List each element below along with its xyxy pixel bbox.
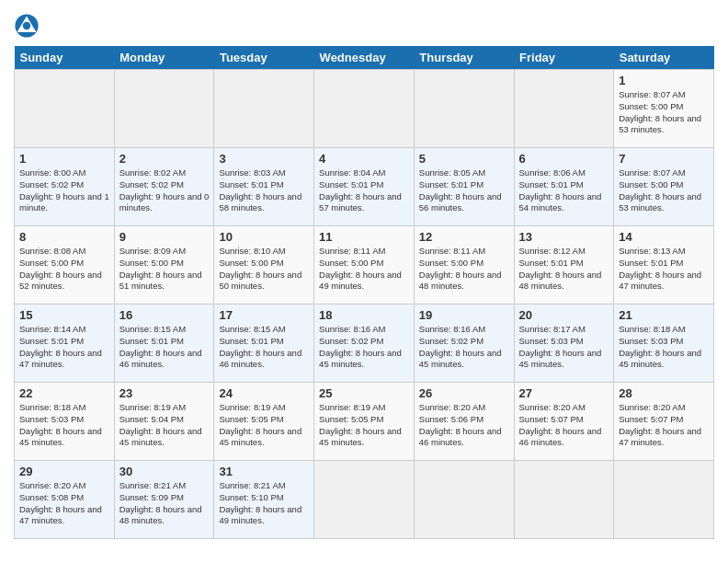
calendar-cell	[314, 70, 415, 148]
cell-info: Sunrise: 8:07 AMSunset: 5:00 PMDaylight:…	[619, 89, 701, 134]
calendar-cell	[514, 70, 614, 148]
calendar-cell: 13 Sunrise: 8:12 AMSunset: 5:01 PMDaylig…	[514, 226, 614, 304]
week-row: 15 Sunrise: 8:14 AMSunset: 5:01 PMDaylig…	[15, 304, 714, 383]
calendar-cell	[514, 461, 614, 539]
day-number: 1	[19, 152, 109, 166]
day-number: 2	[119, 152, 210, 166]
cell-info: Sunrise: 8:19 AMSunset: 5:05 PMDaylight:…	[219, 402, 301, 447]
header-row: SundayMondayTuesdayWednesdayThursdayFrid…	[15, 46, 714, 70]
calendar-cell: 23 Sunrise: 8:19 AMSunset: 5:04 PMDaylig…	[114, 383, 214, 461]
day-number: 15	[19, 308, 109, 322]
day-header-thursday: Thursday	[414, 46, 514, 70]
calendar-cell	[614, 461, 714, 539]
day-number: 25	[319, 386, 409, 400]
calendar-cell: 14 Sunrise: 8:13 AMSunset: 5:01 PMDaylig…	[614, 226, 714, 304]
day-number: 30	[119, 465, 210, 478]
cell-info: Sunrise: 8:04 AMSunset: 5:01 PMDaylight:…	[319, 167, 402, 213]
cell-info: Sunrise: 8:19 AMSunset: 5:04 PMDaylight:…	[119, 402, 202, 447]
calendar-cell: 17 Sunrise: 8:15 AMSunset: 5:01 PMDaylig…	[214, 304, 314, 383]
logo-icon	[14, 13, 40, 39]
calendar-cell: 29 Sunrise: 8:20 AMSunset: 5:08 PMDaylig…	[15, 461, 115, 539]
calendar-cell: 10 Sunrise: 8:10 AMSunset: 5:00 PMDaylig…	[214, 226, 314, 304]
day-number: 13	[519, 230, 609, 244]
cell-info: Sunrise: 8:05 AMSunset: 5:01 PMDaylight:…	[419, 167, 502, 213]
calendar-cell: 30 Sunrise: 8:21 AMSunset: 5:09 PMDaylig…	[114, 461, 214, 539]
calendar-cell	[414, 461, 514, 539]
calendar-cell	[15, 70, 115, 148]
day-header-sunday: Sunday	[15, 46, 115, 70]
cell-info: Sunrise: 8:18 AMSunset: 5:03 PMDaylight:…	[19, 402, 102, 447]
cell-info: Sunrise: 8:18 AMSunset: 5:03 PMDaylight:…	[619, 324, 701, 369]
day-number: 29	[19, 465, 109, 478]
cell-info: Sunrise: 8:12 AMSunset: 5:01 PMDaylight:…	[519, 246, 602, 291]
cell-info: Sunrise: 8:21 AMSunset: 5:10 PMDaylight:…	[219, 480, 301, 525]
cell-info: Sunrise: 8:11 AMSunset: 5:00 PMDaylight:…	[419, 246, 502, 291]
calendar-table: SundayMondayTuesdayWednesdayThursdayFrid…	[14, 46, 714, 539]
calendar-container: SundayMondayTuesdayWednesdayThursdayFrid…	[0, 0, 728, 548]
cell-info: Sunrise: 8:20 AMSunset: 5:07 PMDaylight:…	[519, 402, 602, 447]
day-number: 18	[319, 308, 409, 322]
day-header-saturday: Saturday	[614, 46, 714, 70]
cell-info: Sunrise: 8:20 AMSunset: 5:06 PMDaylight:…	[419, 402, 502, 447]
calendar-cell: 31 Sunrise: 8:21 AMSunset: 5:10 PMDaylig…	[214, 461, 314, 539]
cell-info: Sunrise: 8:00 AMSunset: 5:02 PMDaylight:…	[19, 167, 109, 213]
cell-info: Sunrise: 8:21 AMSunset: 5:09 PMDaylight:…	[119, 480, 202, 525]
cell-info: Sunrise: 8:19 AMSunset: 5:05 PMDaylight:…	[319, 402, 402, 447]
day-number: 3	[219, 152, 309, 166]
day-number: 12	[419, 230, 509, 244]
cell-info: Sunrise: 8:13 AMSunset: 5:01 PMDaylight:…	[619, 246, 701, 291]
calendar-cell: 9 Sunrise: 8:09 AMSunset: 5:00 PMDayligh…	[114, 226, 214, 304]
calendar-cell: 16 Sunrise: 8:15 AMSunset: 5:01 PMDaylig…	[114, 304, 214, 383]
svg-point-2	[23, 22, 30, 29]
cell-info: Sunrise: 8:09 AMSunset: 5:00 PMDaylight:…	[119, 246, 202, 291]
day-number: 31	[219, 465, 309, 478]
cell-info: Sunrise: 8:20 AMSunset: 5:08 PMDaylight:…	[19, 480, 102, 525]
logo	[14, 13, 43, 39]
day-number: 5	[419, 152, 509, 166]
day-number: 20	[519, 308, 609, 322]
day-header-tuesday: Tuesday	[214, 46, 314, 70]
calendar-cell: 19 Sunrise: 8:16 AMSunset: 5:02 PMDaylig…	[414, 304, 514, 383]
calendar-cell: 28 Sunrise: 8:20 AMSunset: 5:07 PMDaylig…	[614, 383, 714, 461]
calendar-cell	[414, 70, 514, 148]
cell-info: Sunrise: 8:03 AMSunset: 5:01 PMDaylight:…	[219, 167, 301, 213]
cell-info: Sunrise: 8:20 AMSunset: 5:07 PMDaylight:…	[619, 402, 701, 447]
calendar-cell: 4 Sunrise: 8:04 AMSunset: 5:01 PMDayligh…	[314, 148, 415, 226]
day-header-friday: Friday	[514, 46, 614, 70]
calendar-cell: 26 Sunrise: 8:20 AMSunset: 5:06 PMDaylig…	[414, 383, 514, 461]
cell-info: Sunrise: 8:10 AMSunset: 5:00 PMDaylight:…	[219, 246, 301, 291]
cell-info: Sunrise: 8:17 AMSunset: 5:03 PMDaylight:…	[519, 324, 602, 369]
day-header-wednesday: Wednesday	[314, 46, 415, 70]
day-number: 7	[619, 152, 709, 166]
day-number: 19	[419, 308, 509, 322]
day-number: 6	[519, 152, 609, 166]
calendar-cell: 25 Sunrise: 8:19 AMSunset: 5:05 PMDaylig…	[314, 383, 415, 461]
day-header-monday: Monday	[114, 46, 214, 70]
day-number: 21	[619, 308, 709, 322]
cell-info: Sunrise: 8:14 AMSunset: 5:01 PMDaylight:…	[19, 324, 102, 369]
calendar-cell: 6 Sunrise: 8:06 AMSunset: 5:01 PMDayligh…	[514, 148, 614, 226]
calendar-cell	[114, 70, 214, 148]
calendar-cell: 20 Sunrise: 8:17 AMSunset: 5:03 PMDaylig…	[514, 304, 614, 383]
cell-info: Sunrise: 8:16 AMSunset: 5:02 PMDaylight:…	[319, 324, 402, 369]
day-number: 23	[119, 386, 210, 400]
day-number: 8	[19, 230, 109, 244]
calendar-cell: 2 Sunrise: 8:02 AMSunset: 5:02 PMDayligh…	[114, 148, 214, 226]
calendar-cell: 1 Sunrise: 8:00 AMSunset: 5:02 PMDayligh…	[15, 148, 115, 226]
week-row: 1 Sunrise: 8:00 AMSunset: 5:02 PMDayligh…	[15, 148, 714, 226]
day-number: 4	[319, 152, 409, 166]
calendar-cell	[214, 70, 314, 148]
cell-info: Sunrise: 8:16 AMSunset: 5:02 PMDaylight:…	[419, 324, 502, 369]
day-number: 11	[319, 230, 409, 244]
calendar-cell: 21 Sunrise: 8:18 AMSunset: 5:03 PMDaylig…	[614, 304, 714, 383]
calendar-cell: 7 Sunrise: 8:07 AMSunset: 5:00 PMDayligh…	[614, 148, 714, 226]
calendar-cell: 12 Sunrise: 8:11 AMSunset: 5:00 PMDaylig…	[414, 226, 514, 304]
day-number: 26	[419, 386, 509, 400]
day-number: 1	[619, 74, 709, 87]
day-number: 16	[119, 308, 210, 322]
calendar-cell: 11 Sunrise: 8:11 AMSunset: 5:00 PMDaylig…	[314, 226, 415, 304]
day-number: 28	[619, 386, 709, 400]
day-number: 10	[219, 230, 309, 244]
cell-info: Sunrise: 8:07 AMSunset: 5:00 PMDaylight:…	[619, 167, 701, 213]
calendar-cell: 1 Sunrise: 8:07 AMSunset: 5:00 PMDayligh…	[614, 70, 714, 148]
